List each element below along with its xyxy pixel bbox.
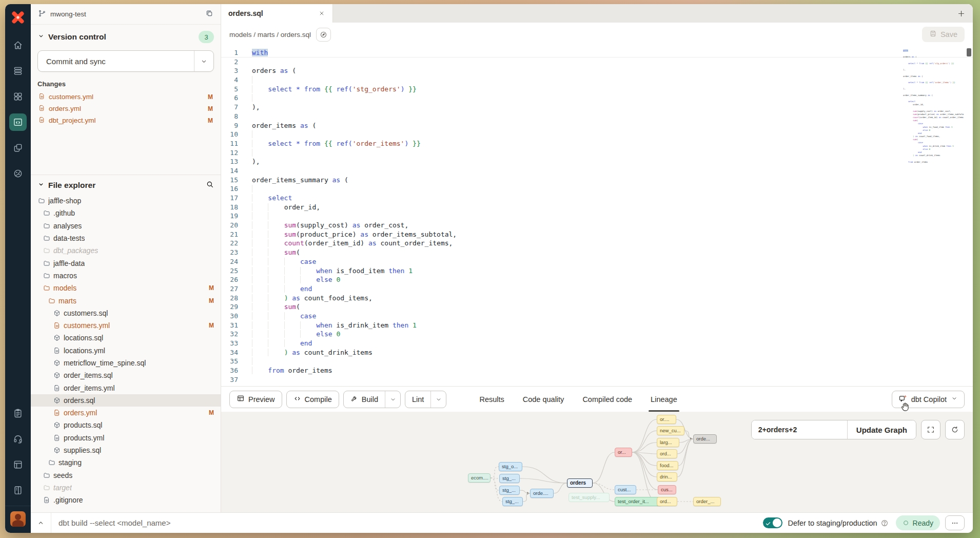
minimap[interactable]: withorders as ( select * from {{ ref('st…	[903, 49, 964, 167]
tree-item-target[interactable]: target	[31, 482, 221, 494]
refresh-button[interactable]	[945, 420, 965, 439]
tab-compiled-code[interactable]: Compiled code	[582, 387, 632, 412]
tree-item-products.sql[interactable]: products.sql	[31, 419, 221, 431]
tree-item-.gitignore[interactable]: .gitignore	[31, 494, 221, 506]
lineage-node-ordy[interactable]: ord...	[657, 497, 677, 506]
tree-item-products.yml[interactable]: products.yml	[31, 432, 221, 444]
lineage-panel[interactable]: ecom....stg_o...stg_...stg_...stg_...ord…	[221, 412, 973, 512]
code-line-34[interactable]: 34 ) as count_drink_items	[221, 348, 973, 357]
tree-item-orders.sql[interactable]: orders.sql	[31, 394, 221, 407]
tree-item-metricflow_time_spine.sql[interactable]: metricflow_time_spine.sql	[31, 357, 221, 369]
code-line-33[interactable]: 33 end	[221, 339, 973, 348]
code-line-3[interactable]: 3orders as (	[221, 66, 973, 75]
code-line-27[interactable]: 27 end	[221, 284, 973, 294]
command-input[interactable]: dbt build --select <model_name>	[58, 518, 170, 527]
code-line-32[interactable]: 32 else 0	[221, 330, 973, 339]
docs-icon[interactable]	[7, 453, 29, 476]
lineage-filter-input[interactable]	[752, 420, 847, 439]
open-in-lineage-button[interactable]	[316, 28, 331, 42]
tree-item-locations.sql[interactable]: locations.sql	[31, 332, 221, 344]
tree-item-order_items.sql[interactable]: order_items.sql	[31, 369, 221, 381]
code-line-13[interactable]: 13),	[221, 157, 973, 166]
clipboard-icon[interactable]	[7, 402, 29, 425]
lineage-node-y5[interactable]: food...	[657, 461, 678, 470]
fullscreen-button[interactable]	[921, 420, 940, 439]
code-line-24[interactable]: 24 case	[221, 257, 973, 266]
tree-item-supplies.sql[interactable]: supplies.sql	[31, 444, 221, 456]
build-button[interactable]: Build	[343, 391, 401, 408]
update-graph-button[interactable]: Update Graph	[847, 420, 916, 439]
lineage-node-stg1[interactable]: stg_o...	[499, 462, 522, 471]
lineage-node-toi[interactable]: test_order_it...	[615, 497, 662, 506]
code-line-26[interactable]: 26 else 0	[221, 275, 973, 284]
tree-item-jaffle-data[interactable]: jaffle-data	[31, 257, 221, 269]
tree-item-models[interactable]: modelsM	[31, 282, 221, 294]
code-line-2[interactable]: 2	[221, 57, 973, 67]
new-tab-button[interactable]	[957, 9, 966, 18]
code-line-6[interactable]: 6	[221, 93, 973, 103]
tree-item-jaffle-shop[interactable]: jaffle-shop	[31, 195, 221, 207]
tab-close-icon[interactable]	[318, 10, 325, 17]
code-line-36[interactable]: 36 from order_items	[221, 366, 973, 375]
help-icon[interactable]	[880, 519, 889, 527]
file-explorer-header[interactable]: File explorer	[31, 180, 221, 195]
build-options-caret[interactable]	[385, 391, 400, 408]
code-line-31[interactable]: 31 when is_drink_item then 1	[221, 321, 973, 330]
lineage-node-y6[interactable]: drin...	[657, 472, 677, 482]
editor-scrollbar[interactable]	[967, 48, 971, 56]
tab-lineage[interactable]: Lineage	[651, 387, 677, 412]
code-line-21[interactable]: 21 sum(product_price) as order_items_sub…	[221, 230, 973, 239]
support-headset-icon[interactable]	[7, 428, 29, 450]
expand-command-bar-button[interactable]	[31, 513, 51, 533]
tree-item-order_items.yml[interactable]: order_items.yml	[31, 381, 221, 394]
lineage-node-oi[interactable]: orde....	[530, 489, 554, 498]
code-line-25[interactable]: 25 when is_food_item then 1	[221, 266, 973, 276]
lineage-node-cust[interactable]: cust...	[615, 485, 636, 494]
changed-file-orders.yml[interactable]: orders.ymlM	[37, 103, 214, 114]
code-line-18[interactable]: 18 order_id,	[221, 203, 973, 212]
changed-file-dbt_project.yml[interactable]: dbt_project.ymlM	[37, 114, 214, 126]
lineage-node-stg4[interactable]: stg_...	[502, 497, 523, 506]
code-line-5[interactable]: 5 select * from {{ ref('stg_orders') }}	[221, 85, 973, 94]
code-line-20[interactable]: 20 sum(supply_cost) as order_cost,	[221, 221, 973, 230]
compile-button[interactable]: Compile	[286, 391, 339, 408]
tree-item-dbt_packages[interactable]: dbt_packages	[31, 244, 221, 257]
lineage-node-stg2[interactable]: stg_...	[499, 474, 520, 483]
commit-and-sync-button[interactable]: Commit and sync	[37, 50, 214, 72]
search-icon[interactable]	[206, 180, 214, 190]
code-line-16[interactable]: 16	[221, 184, 973, 194]
tree-item-customers.yml[interactable]: customers.ymlM	[31, 319, 221, 332]
code-line-29[interactable]: 29 sum(	[221, 302, 973, 312]
copy-icon[interactable]	[205, 9, 213, 20]
code-line-15[interactable]: 15order_items_summary as (	[221, 176, 973, 185]
code-line-12[interactable]: 12	[221, 148, 973, 158]
changed-file-customers.yml[interactable]: customers.ymlM	[37, 91, 214, 103]
commit-options-caret[interactable]	[194, 51, 213, 71]
tree-item-data-tests[interactable]: data-tests	[31, 232, 221, 244]
develop-icon[interactable]	[7, 111, 29, 133]
tree-item-locations.yml[interactable]: locations.yml	[31, 344, 221, 357]
tree-item-analyses[interactable]: analyses	[31, 220, 221, 232]
tree-item-seeds[interactable]: seeds	[31, 469, 221, 482]
code-line-37[interactable]: 37	[221, 375, 973, 385]
lineage-node-om[interactable]: or...	[615, 448, 632, 457]
environments-icon[interactable]	[7, 60, 29, 82]
code-line-30[interactable]: 30 case	[221, 312, 973, 321]
code-line-35[interactable]: 35	[221, 357, 973, 366]
code-line-19[interactable]: 19	[221, 212, 973, 221]
code-line-28[interactable]: 28 ) as count_food_items,	[221, 294, 973, 303]
tab-orders-sql[interactable]: orders.sql	[221, 4, 333, 23]
lineage-node-ordy2[interactable]: order_...	[693, 497, 721, 506]
version-control-header[interactable]: Version control 3	[37, 31, 214, 43]
tree-item-macros[interactable]: macros	[31, 270, 221, 282]
lineage-node-cusp[interactable]: cus...	[658, 485, 676, 494]
lineage-node-ecom[interactable]: ecom....	[468, 473, 491, 483]
tree-item-.github[interactable]: .github	[31, 207, 221, 219]
code-line-14[interactable]: 14	[221, 166, 973, 176]
lineage-node-stg3[interactable]: stg_...	[499, 486, 520, 495]
code-line-17[interactable]: 17 select	[221, 194, 973, 203]
save-button[interactable]: Save	[922, 27, 965, 42]
preview-button[interactable]: Preview	[229, 391, 282, 408]
lineage-node-orders[interactable]: orders	[567, 478, 593, 488]
user-avatar[interactable]	[5, 506, 31, 533]
